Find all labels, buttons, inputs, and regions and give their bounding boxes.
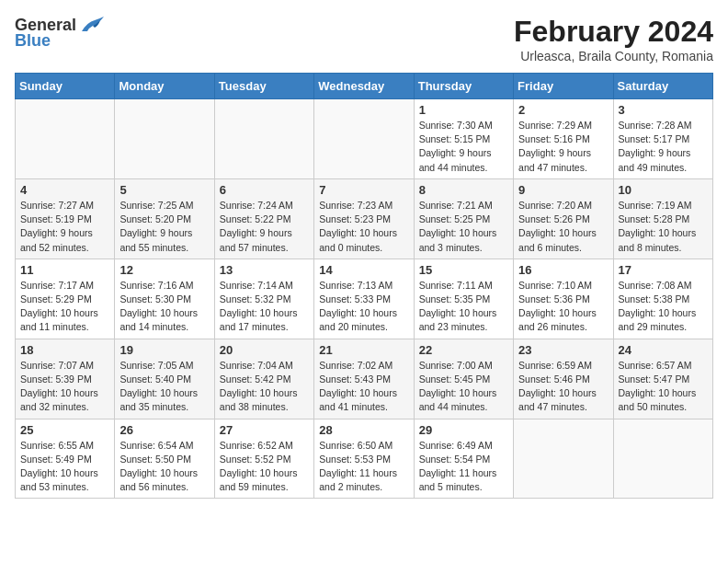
- day-info-line: Sunset: 5:32 PM: [220, 293, 291, 304]
- day-info: Sunrise: 7:25 AMSunset: 5:20 PMDaylight:…: [119, 199, 209, 255]
- table-row: 21Sunrise: 7:02 AMSunset: 5:43 PMDayligh…: [314, 339, 414, 419]
- day-info-line: Daylight: 10 hours and 0 minutes.: [319, 227, 397, 252]
- day-info-line: Sunrise: 7:08 AM: [619, 280, 692, 291]
- day-number: 5: [119, 183, 209, 197]
- day-info-line: Daylight: 9 hours and 55 minutes.: [119, 227, 192, 252]
- table-row: 19Sunrise: 7:05 AMSunset: 5:40 PMDayligh…: [115, 339, 214, 419]
- day-info-line: Sunrise: 6:57 AM: [619, 360, 692, 371]
- day-info: Sunrise: 7:20 AMSunset: 5:26 PMDaylight:…: [518, 199, 608, 255]
- day-number: 13: [220, 263, 309, 277]
- col-thursday: Thursday: [414, 74, 513, 99]
- day-info-line: Sunrise: 7:24 AM: [220, 200, 293, 211]
- day-info-line: Sunset: 5:46 PM: [518, 373, 590, 385]
- day-number: 25: [20, 423, 109, 437]
- day-info-line: Sunset: 5:36 PM: [518, 293, 590, 304]
- table-row: 6Sunrise: 7:24 AMSunset: 5:22 PMDaylight…: [214, 178, 313, 259]
- day-info: Sunrise: 7:17 AMSunset: 5:29 PMDaylight:…: [20, 279, 109, 335]
- day-number: 29: [419, 423, 508, 437]
- col-tuesday: Tuesday: [214, 74, 313, 99]
- day-info-line: Sunset: 5:45 PM: [419, 373, 491, 385]
- day-info-line: Sunset: 5:38 PM: [619, 293, 690, 304]
- day-info-line: Sunset: 5:54 PM: [419, 454, 491, 465]
- calendar-week-row: 18Sunrise: 7:07 AMSunset: 5:39 PMDayligh…: [16, 339, 713, 419]
- table-row: 1Sunrise: 7:30 AMSunset: 5:15 PMDaylight…: [414, 99, 513, 179]
- table-row: 12Sunrise: 7:16 AMSunset: 5:30 PMDayligh…: [115, 259, 214, 339]
- table-row: 2Sunrise: 7:29 AMSunset: 5:16 PMDaylight…: [514, 99, 613, 179]
- table-row: 10Sunrise: 7:19 AMSunset: 5:28 PMDayligh…: [613, 178, 712, 259]
- day-info-line: Sunrise: 7:20 AM: [518, 200, 592, 211]
- day-info-line: Sunset: 5:17 PM: [619, 133, 690, 144]
- day-number: 14: [319, 263, 408, 277]
- calendar-header-row: Sunday Monday Tuesday Wednesday Thursday…: [16, 74, 713, 99]
- day-info-line: Sunset: 5:30 PM: [119, 293, 191, 304]
- day-info-line: Sunrise: 7:17 AM: [20, 280, 94, 291]
- day-info-line: Daylight: 10 hours and 3 minutes.: [419, 227, 497, 252]
- table-row: 4Sunrise: 7:27 AMSunset: 5:19 PMDaylight…: [16, 178, 115, 259]
- page-subtitle: Urleasca, Braila County, Romania: [514, 49, 713, 63]
- day-info-line: Sunrise: 7:02 AM: [319, 360, 392, 371]
- day-info-line: Sunset: 5:29 PM: [20, 293, 92, 304]
- table-row: 16Sunrise: 7:10 AMSunset: 5:36 PMDayligh…: [514, 259, 613, 339]
- day-info-line: Daylight: 10 hours and 8 minutes.: [619, 227, 697, 252]
- day-info-line: Sunset: 5:50 PM: [119, 454, 191, 465]
- day-info-line: Sunset: 5:28 PM: [619, 213, 690, 224]
- day-info-line: Daylight: 10 hours and 6 minutes.: [518, 227, 597, 252]
- day-info-line: Sunset: 5:49 PM: [20, 454, 92, 465]
- day-info-line: Daylight: 11 hours and 2 minutes.: [319, 467, 397, 492]
- day-info: Sunrise: 7:08 AMSunset: 5:38 PMDaylight:…: [619, 279, 708, 335]
- day-info: Sunrise: 6:52 AMSunset: 5:52 PMDaylight:…: [220, 439, 309, 495]
- day-info-line: Sunrise: 7:16 AM: [119, 280, 193, 291]
- table-row: 28Sunrise: 6:50 AMSunset: 5:53 PMDayligh…: [314, 419, 414, 499]
- table-row: 7Sunrise: 7:23 AMSunset: 5:23 PMDaylight…: [314, 178, 414, 259]
- calendar-week-row: 11Sunrise: 7:17 AMSunset: 5:29 PMDayligh…: [16, 259, 713, 339]
- day-info: Sunrise: 7:11 AMSunset: 5:35 PMDaylight:…: [419, 279, 508, 335]
- day-info-line: Sunset: 5:40 PM: [119, 373, 191, 385]
- day-info: Sunrise: 7:07 AMSunset: 5:39 PMDaylight:…: [20, 359, 109, 415]
- day-info-line: Sunrise: 7:13 AM: [319, 280, 392, 291]
- day-info-line: Daylight: 10 hours and 56 minutes.: [119, 467, 198, 492]
- calendar-table: Sunday Monday Tuesday Wednesday Thursday…: [15, 73, 713, 499]
- day-number: 15: [419, 263, 508, 277]
- title-area: February 2024 Urleasca, Braila County, R…: [514, 15, 713, 63]
- table-row: [16, 99, 115, 179]
- day-info-line: Daylight: 10 hours and 47 minutes.: [518, 387, 597, 412]
- day-info-line: Sunset: 5:35 PM: [419, 293, 491, 304]
- day-info-line: Sunrise: 7:00 AM: [419, 360, 493, 371]
- day-number: 7: [319, 183, 408, 197]
- day-info-line: Sunset: 5:15 PM: [419, 133, 491, 144]
- table-row: 9Sunrise: 7:20 AMSunset: 5:26 PMDaylight…: [514, 178, 613, 259]
- table-row: 18Sunrise: 7:07 AMSunset: 5:39 PMDayligh…: [16, 339, 115, 419]
- logo-bird-icon: [80, 15, 106, 35]
- day-info-line: Sunrise: 6:50 AM: [319, 440, 392, 451]
- day-info-line: Daylight: 10 hours and 38 minutes.: [220, 387, 298, 412]
- day-number: 2: [518, 103, 608, 117]
- day-info-line: Sunrise: 7:25 AM: [119, 200, 193, 211]
- day-info-line: Daylight: 10 hours and 41 minutes.: [319, 387, 397, 412]
- table-row: [115, 99, 214, 179]
- day-info-line: Sunrise: 6:54 AM: [119, 440, 193, 451]
- day-info-line: Daylight: 9 hours and 52 minutes.: [20, 227, 93, 252]
- day-info-line: Daylight: 10 hours and 50 minutes.: [619, 387, 697, 412]
- day-info: Sunrise: 7:30 AMSunset: 5:15 PMDaylight:…: [419, 119, 508, 175]
- table-row: [314, 99, 414, 179]
- day-info: Sunrise: 7:04 AMSunset: 5:42 PMDaylight:…: [220, 359, 309, 415]
- day-info-line: Daylight: 10 hours and 44 minutes.: [419, 387, 497, 412]
- day-info-line: Daylight: 10 hours and 59 minutes.: [220, 467, 298, 492]
- day-info: Sunrise: 6:57 AMSunset: 5:47 PMDaylight:…: [619, 359, 708, 415]
- day-number: 17: [619, 263, 708, 277]
- calendar-week-row: 25Sunrise: 6:55 AMSunset: 5:49 PMDayligh…: [16, 419, 713, 499]
- day-info-line: Sunrise: 7:28 AM: [619, 120, 692, 131]
- day-info-line: Sunrise: 7:07 AM: [20, 360, 94, 371]
- table-row: 3Sunrise: 7:28 AMSunset: 5:17 PMDaylight…: [613, 99, 712, 179]
- day-info-line: Sunset: 5:52 PM: [220, 454, 291, 465]
- day-info: Sunrise: 7:19 AMSunset: 5:28 PMDaylight:…: [619, 199, 708, 255]
- day-info-line: Daylight: 10 hours and 23 minutes.: [419, 307, 497, 332]
- day-info-line: Sunset: 5:43 PM: [319, 373, 391, 385]
- day-number: 23: [518, 343, 608, 357]
- day-info-line: Sunrise: 7:04 AM: [220, 360, 293, 371]
- table-row: [214, 99, 313, 179]
- table-row: 14Sunrise: 7:13 AMSunset: 5:33 PMDayligh…: [314, 259, 414, 339]
- day-info-line: Sunrise: 7:10 AM: [518, 280, 592, 291]
- day-number: 19: [119, 343, 209, 357]
- day-number: 18: [20, 343, 109, 357]
